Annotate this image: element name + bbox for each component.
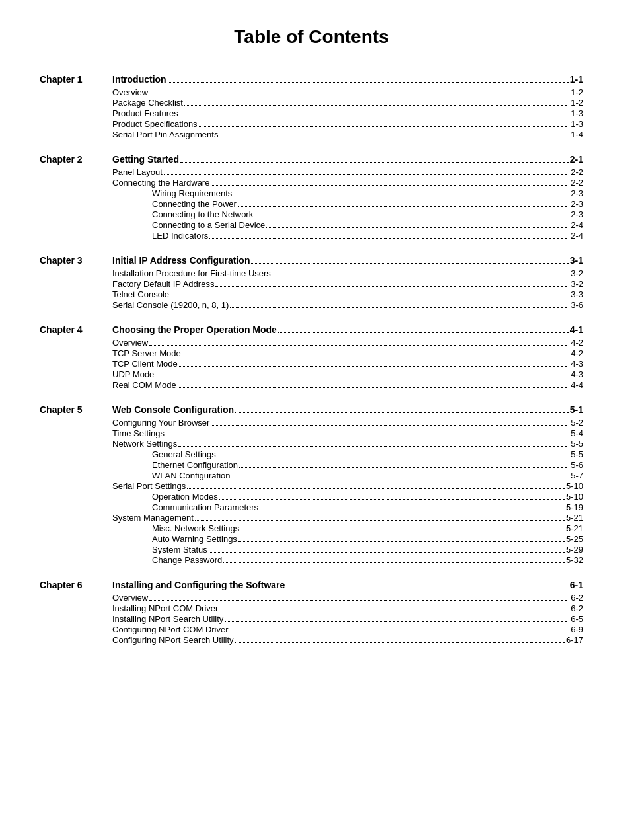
entry-dots-3-1 xyxy=(272,276,569,276)
sub-entry-page-5-6: 5-7 xyxy=(571,471,583,480)
sub-entry-name-5-12: Auto Warning Settings xyxy=(152,534,237,544)
entry-dots-4-3 xyxy=(179,366,569,367)
entry-name-6-2: Installing NPort COM Driver xyxy=(112,603,218,613)
sub-entry-dots-5-8 xyxy=(219,499,565,500)
entry-dots-4-4 xyxy=(155,377,569,377)
sub-entry-dots-5-13 xyxy=(209,552,565,553)
entry-page-4-5: 4-4 xyxy=(571,380,583,390)
entry-page-4-1: 4-2 xyxy=(571,338,583,348)
entry-dots-1-5 xyxy=(219,137,569,137)
entry-row-3-1: Installation Procedure for First-time Us… xyxy=(112,268,583,278)
chapter-label-5: Chapter 5 xyxy=(40,404,112,415)
sub-entry-dots-5-4 xyxy=(217,457,569,457)
sub-entry-dots-5-12 xyxy=(238,541,565,542)
entry-row-2-4: Connecting the Power2-3 xyxy=(112,199,583,209)
sub-entry-dots-5-5 xyxy=(239,467,569,468)
chapter-dots-3 xyxy=(251,263,568,264)
entry-name-1-2: Package Checklist xyxy=(112,98,183,108)
chapter-dots-2 xyxy=(180,162,569,163)
entry-dots-5-10 xyxy=(195,520,565,521)
sub-entry-page-5-11: 5-21 xyxy=(566,523,583,533)
entry-name-3-1: Installation Procedure for First-time Us… xyxy=(112,268,271,278)
chapter-title-4: Choosing the Proper Operation Mode 4-1 xyxy=(112,325,583,335)
entry-row-5-12: Auto Warning Settings5-25 xyxy=(112,534,583,544)
sub-entry-name-2-4: Connecting the Power xyxy=(152,199,237,209)
sub-entry-page-5-13: 5-29 xyxy=(566,545,583,554)
entry-name-6-3: Installing NPort Search Utility xyxy=(112,614,223,624)
chapter-heading-row-4: Chapter 4Choosing the Proper Operation M… xyxy=(40,325,583,335)
entry-dots-5-3 xyxy=(178,446,569,447)
sub-entry-page-2-6: 2-4 xyxy=(571,220,583,230)
sub-entry-name-5-13: System Status xyxy=(152,545,207,554)
entry-page-1-2: 1-2 xyxy=(571,98,583,108)
chapter-title-name-4: Choosing the Proper Operation Mode xyxy=(112,325,277,335)
entry-row-5-8: Operation Modes5-10 xyxy=(112,492,583,502)
entry-page-4-2: 4-2 xyxy=(571,348,583,358)
chapter-title-5: Web Console Configuration 5-1 xyxy=(112,404,583,415)
sub-entry-name-5-8: Operation Modes xyxy=(152,492,218,502)
entry-name-4-3: TCP Client Mode xyxy=(112,359,178,369)
chapter-title-name-6: Installing and Configuring the Software xyxy=(112,580,285,590)
entry-dots-3-4 xyxy=(230,307,569,308)
sub-entry-page-5-5: 5-6 xyxy=(571,460,583,470)
chapter-label-1: Chapter 1 xyxy=(40,74,112,85)
entry-page-2-2: 2-2 xyxy=(571,178,583,188)
entry-row-6-5: Configuring NPort Search Utility6-17 xyxy=(112,635,583,645)
chapter-dots-5 xyxy=(235,412,569,413)
entry-name-2-2: Connecting the Hardware xyxy=(112,178,209,188)
chapter-entries-4: Overview4-2TCP Server Mode4-2TCP Client … xyxy=(40,338,583,390)
entry-row-3-4: Serial Console (19200, n, 8, 1)3-6 xyxy=(112,300,583,310)
sub-entry-dots-2-4 xyxy=(238,206,569,207)
entry-name-5-2: Time Settings xyxy=(112,428,165,438)
chapter-page-4: 4-1 xyxy=(570,325,583,335)
entry-row-4-3: TCP Client Mode4-3 xyxy=(112,359,583,369)
chapter-block-1: Chapter 1Introduction 1-1Overview1-2Pack… xyxy=(40,74,583,139)
entry-page-4-4: 4-3 xyxy=(571,369,583,379)
sub-entry-dots-5-11 xyxy=(240,531,565,531)
entry-row-4-5: Real COM Mode4-4 xyxy=(112,380,583,390)
entry-dots-6-5 xyxy=(235,642,565,643)
entry-name-4-5: Real COM Mode xyxy=(112,380,176,390)
entry-row-5-10: System Management5-21 xyxy=(112,513,583,523)
entry-dots-6-4 xyxy=(230,632,570,632)
chapter-heading-row-1: Chapter 1Introduction 1-1 xyxy=(40,74,583,85)
chapter-dots-1 xyxy=(168,82,569,83)
chapter-dots-6 xyxy=(286,588,568,588)
entry-name-5-3: Network Settings xyxy=(112,439,177,449)
entry-page-3-2: 3-2 xyxy=(571,279,583,289)
entry-page-3-1: 3-2 xyxy=(571,268,583,278)
sub-entry-page-2-5: 2-3 xyxy=(571,210,583,219)
sub-entry-name-5-9: Communication Parameters xyxy=(152,502,258,512)
entry-page-6-2: 6-2 xyxy=(571,603,583,613)
chapter-entries-3: Installation Procedure for First-time Us… xyxy=(40,268,583,310)
entry-row-4-2: TCP Server Mode4-2 xyxy=(112,348,583,358)
chapter-entries-5: Configuring Your Browser5-2Time Settings… xyxy=(40,418,583,565)
sub-entry-dots-5-6 xyxy=(232,478,570,478)
entry-dots-6-2 xyxy=(219,611,569,611)
chapter-entries-6: Overview6-2Installing NPort COM Driver6-… xyxy=(40,593,583,645)
entry-row-4-1: Overview4-2 xyxy=(112,338,583,348)
entry-row-2-1: Panel Layout2-2 xyxy=(112,167,583,177)
entry-row-1-4: Product Specifications1-3 xyxy=(112,119,583,129)
chapter-title-1: Introduction 1-1 xyxy=(112,74,583,85)
chapter-block-3: Chapter 3Initial IP Address Configuratio… xyxy=(40,255,583,310)
sub-entry-page-5-9: 5-19 xyxy=(566,502,583,512)
chapter-page-3: 3-1 xyxy=(570,255,583,266)
chapter-block-5: Chapter 5Web Console Configuration 5-1Co… xyxy=(40,404,583,565)
entry-page-1-4: 1-3 xyxy=(571,119,583,129)
entry-row-2-2: Connecting the Hardware2-2 xyxy=(112,178,583,188)
entry-row-6-4: Configuring NPort COM Driver6-9 xyxy=(112,625,583,634)
entry-row-5-9: Communication Parameters5-19 xyxy=(112,502,583,512)
sub-entry-dots-2-5 xyxy=(254,217,569,217)
chapter-entries-1: Overview1-2Package Checklist1-2Product F… xyxy=(40,87,583,139)
entry-row-2-3: Wiring Requirements2-3 xyxy=(112,188,583,198)
entry-row-1-1: Overview1-2 xyxy=(112,87,583,97)
chapter-heading-row-6: Chapter 6Installing and Configuring the … xyxy=(40,580,583,590)
chapter-dots-4 xyxy=(278,332,569,333)
entry-name-6-1: Overview xyxy=(112,593,148,603)
toc-container: Chapter 1Introduction 1-1Overview1-2Pack… xyxy=(40,74,583,645)
entry-row-1-3: Product Features1-3 xyxy=(112,108,583,118)
chapter-page-2: 2-1 xyxy=(570,154,583,165)
chapter-title-3: Initial IP Address Configuration 3-1 xyxy=(112,255,583,266)
entry-dots-2-2 xyxy=(211,185,569,186)
